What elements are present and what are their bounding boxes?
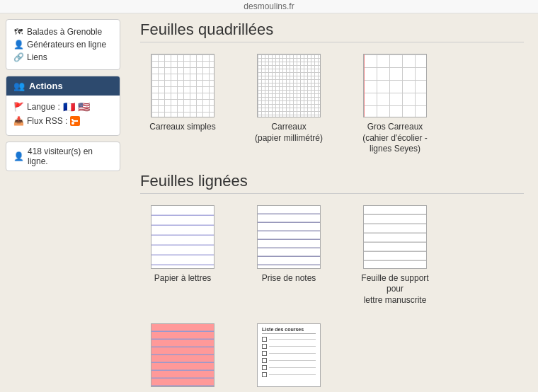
flag-icon: 🚩 xyxy=(13,102,24,112)
sidebar-item-generateurs-label: Générateurs en ligne xyxy=(27,40,106,50)
paper-gros-carreaux[interactable]: Gros Carreaux(cahier d'écolier - lignes … xyxy=(353,54,437,155)
paper-support[interactable]: Feuille de support pourlettre manuscrite xyxy=(353,205,437,306)
checkbox-1 xyxy=(262,337,267,342)
site-header: desmoulins.fr xyxy=(0,0,538,13)
rss-icon[interactable] xyxy=(70,116,80,126)
label-carreaux-simples: Carreaux simples xyxy=(149,122,215,133)
actions-box: 👥 Actions 🚩 Langue : 🇫🇷 🇺🇸 📥 Flux RSS : xyxy=(6,76,120,136)
check-row-1 xyxy=(262,337,316,342)
label-carreaux-milli: Carreaux(papier millimétré) xyxy=(255,122,323,144)
quadrillees-grid: Carreaux simples Carreaux(papier millimé… xyxy=(140,54,524,155)
flag-fr[interactable]: 🇫🇷 xyxy=(63,101,75,113)
checkbox-5 xyxy=(262,365,267,370)
flux-rss-label: Flux RSS : xyxy=(27,116,67,126)
person-icon: 👤 xyxy=(13,151,24,161)
thumb-lettres xyxy=(151,205,214,269)
check-row-5 xyxy=(262,365,316,370)
paper-lettres[interactable]: Papier à lettres xyxy=(140,205,225,306)
sidebar-item-balades[interactable]: 🗺 Balades à Grenoble xyxy=(13,25,113,38)
checkbox-2 xyxy=(262,344,267,349)
check-row-3 xyxy=(262,351,316,356)
main-content: Feuilles quadrillées Carreaux simples Ca… xyxy=(126,13,538,392)
check-row-6 xyxy=(262,372,316,377)
domain-label: desmoulins.fr xyxy=(244,1,294,11)
paper-courses[interactable]: Liste des courses Liste de courses xyxy=(246,323,331,392)
flag-us[interactable]: 🇺🇸 xyxy=(78,101,90,113)
section-quadrillees-title: Feuilles quadrillées xyxy=(140,21,524,42)
group-icon: 👥 xyxy=(13,81,25,91)
langue-label: Langue : xyxy=(27,102,60,112)
rss-row: 📥 Flux RSS : xyxy=(13,116,113,126)
checkbox-4 xyxy=(262,358,267,363)
check-row-4 xyxy=(262,358,316,363)
paper-notes[interactable]: Prise de notes xyxy=(246,205,331,306)
thumb-carreaux-milli xyxy=(257,54,321,117)
courses-title: Liste des courses xyxy=(262,327,316,334)
checkbox-3 xyxy=(262,351,267,356)
lignees-grid-row2: Cahier d'écoliersans lignes verticales L… xyxy=(140,323,524,392)
label-support: Feuille de support pourlettre manuscrite xyxy=(353,273,437,306)
check-row-2 xyxy=(262,344,316,349)
label-lettres: Papier à lettres xyxy=(154,273,212,284)
thumb-notes xyxy=(257,205,321,269)
paper-ecolier[interactable]: Cahier d'écoliersans lignes verticales xyxy=(140,323,225,392)
actions-body: 🚩 Langue : 🇫🇷 🇺🇸 📥 Flux RSS : xyxy=(6,96,120,135)
courses-inner: Liste des courses xyxy=(258,324,320,382)
visitors-box: 👤 418 visiteur(s) en ligne. xyxy=(6,142,120,171)
sidebar-item-liens[interactable]: 🔗 Liens xyxy=(13,51,113,64)
label-gros-carreaux: Gros Carreaux(cahier d'écolier - lignes … xyxy=(353,122,437,155)
thumb-gros-carreaux xyxy=(363,54,427,117)
visitors-label: 418 visiteur(s) en ligne. xyxy=(28,146,113,166)
sidebar: 🗺 Balades à Grenoble 👤 Générateurs en li… xyxy=(0,13,126,392)
rss-text-icon: 📥 xyxy=(13,116,24,126)
sidebar-nav: 🗺 Balades à Grenoble 👤 Générateurs en li… xyxy=(6,19,120,70)
link-icon: 🔗 xyxy=(13,52,23,62)
sidebar-item-generateurs[interactable]: 👤 Générateurs en ligne xyxy=(13,38,113,51)
actions-title: Actions xyxy=(29,81,63,91)
langue-row: 🚩 Langue : 🇫🇷 🇺🇸 xyxy=(13,101,113,113)
paper-carreaux-milli[interactable]: Carreaux(papier millimétré) xyxy=(246,54,331,155)
label-notes: Prise de notes xyxy=(262,273,316,284)
actions-header: 👥 Actions xyxy=(6,76,120,96)
section-lignees-title: Feuilles lignées xyxy=(140,172,524,194)
checkbox-6 xyxy=(262,372,267,377)
paper-carreaux-simples[interactable]: Carreaux simples xyxy=(140,54,225,155)
thumb-support xyxy=(363,205,427,269)
thumb-ecolier xyxy=(151,323,214,387)
sidebar-item-liens-label: Liens xyxy=(27,52,47,62)
sidebar-item-balades-label: Balades à Grenoble xyxy=(27,27,102,37)
lignees-grid-row1: Papier à lettres Prise de notes Feuille … xyxy=(140,205,524,306)
user-icon: 👤 xyxy=(13,40,23,50)
thumb-carreaux-simples xyxy=(151,54,214,117)
map-icon: 🗺 xyxy=(13,27,23,37)
thumb-courses: Liste des courses xyxy=(257,323,321,387)
